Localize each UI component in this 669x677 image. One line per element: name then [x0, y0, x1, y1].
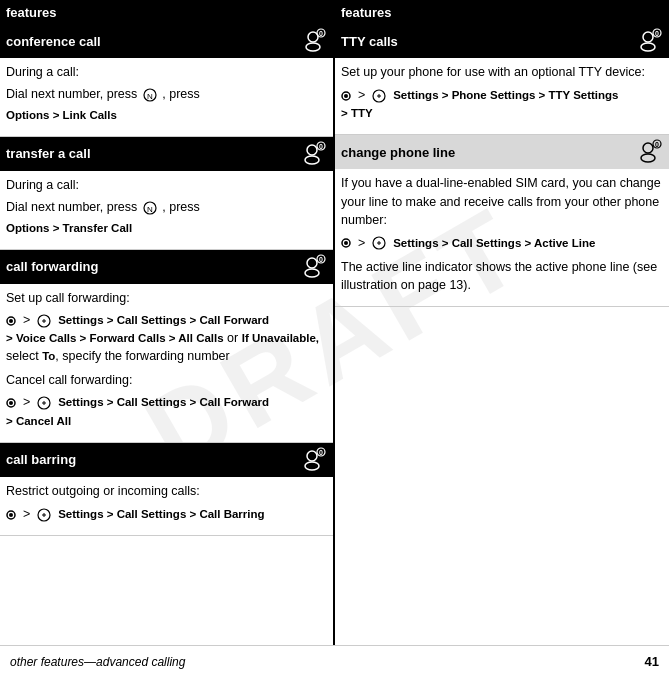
- call-forwarding-cancel-label: Cancel call forwarding:: [6, 371, 327, 389]
- gear-person-icon-tty: 0: [635, 27, 663, 55]
- gear-person-icon-transfer: 0: [299, 140, 327, 168]
- call-barring-body: Restrict outgoing or incoming calls: > S…: [0, 477, 333, 535]
- settings-icon-4: [372, 89, 386, 103]
- tty-calls-body: Set up your phone for use with an option…: [335, 58, 669, 134]
- call-barring-title: call barring: [6, 452, 76, 467]
- feature-title-conference-call: conference call 0: [0, 24, 333, 58]
- svg-text:N: N: [147, 205, 153, 214]
- bullet-dot-icon3: [6, 510, 16, 520]
- transfer-call-line1: During a call:: [6, 176, 327, 194]
- page-container: DRAFT features conference call: [0, 0, 669, 677]
- bullet-dot-icon: [6, 316, 16, 326]
- feature-row-transfer-call: transfer a call 0 During a call:: [0, 137, 333, 250]
- feature-row-conference-call: conference call 0 During a call:: [0, 24, 333, 137]
- change-phone-line-desc: If you have a dual-line-enabled SIM card…: [341, 174, 663, 228]
- svg-text:0: 0: [319, 256, 323, 263]
- feature-title-transfer-call: transfer a call 0: [0, 137, 333, 171]
- bullet-dot-icon2: [6, 398, 16, 408]
- gear-person-icon-barring: 0: [299, 446, 327, 474]
- footer: other features—advanced calling 41: [0, 645, 669, 677]
- transfer-call-line2: Dial next number, press N , press: [6, 198, 327, 216]
- svg-point-37: [641, 154, 655, 162]
- svg-point-29: [643, 32, 653, 42]
- change-phone-line-path: > Settings > Call Settings > Active Line: [341, 234, 663, 252]
- settings-icon-5: [372, 236, 386, 250]
- svg-text:0: 0: [319, 449, 323, 456]
- svg-text:N: N: [147, 92, 153, 101]
- footer-label: other features—advanced calling: [10, 655, 185, 669]
- svg-text:0: 0: [319, 30, 323, 37]
- right-column: features TTY calls 0: [335, 1, 669, 645]
- svg-point-20: [9, 401, 13, 405]
- svg-point-41: [344, 241, 348, 245]
- dial-icon: N: [143, 88, 157, 102]
- left-column-header: features: [0, 1, 333, 24]
- tty-calls-desc: Set up your phone for use with an option…: [341, 63, 663, 81]
- call-forwarding-title: call forwarding: [6, 259, 98, 274]
- bullet-dot-icon4: [341, 91, 351, 101]
- svg-point-30: [641, 43, 655, 51]
- tty-calls-path: > Settings > Phone Settings > TTY Settin…: [341, 86, 663, 122]
- call-forwarding-setup-path: > Settings > Call Settings > Call Forwar…: [6, 311, 327, 365]
- svg-point-6: [307, 145, 317, 155]
- call-forwarding-body: Set up call forwarding: > Settings > Cal…: [0, 284, 333, 442]
- conference-call-body: During a call: Dial next number, press N…: [0, 58, 333, 136]
- bullet-dot-icon5: [341, 238, 351, 248]
- call-barring-path: > Settings > Call Settings > Call Barrin…: [6, 505, 327, 523]
- gear-person-icon-change-line: 0: [635, 138, 663, 166]
- svg-point-12: [307, 258, 317, 268]
- call-barring-label: Restrict outgoing or incoming calls:: [6, 482, 327, 500]
- call-forwarding-setup-label: Set up call forwarding:: [6, 289, 327, 307]
- conference-call-title: conference call: [6, 34, 101, 49]
- footer-page: 41: [645, 654, 659, 669]
- svg-point-23: [305, 462, 319, 470]
- svg-text:0: 0: [319, 143, 323, 150]
- feature-row-call-forwarding: call forwarding 0 Set up call forwarding…: [0, 250, 333, 443]
- svg-point-36: [643, 143, 653, 153]
- svg-point-1: [306, 43, 320, 51]
- content-wrapper: features conference call 0: [0, 0, 669, 677]
- feature-row-call-barring: call barring 0 Restrict outgoing or inco…: [0, 443, 333, 536]
- settings-icon-3: [37, 508, 51, 522]
- transfer-call-title: transfer a call: [6, 146, 91, 161]
- gear-person-icon-forwarding: 0: [299, 253, 327, 281]
- tables-row: features conference call 0: [0, 0, 669, 645]
- svg-point-22: [307, 451, 317, 461]
- gear-person-icon-conference: 0: [299, 27, 327, 55]
- feature-title-call-forwarding: call forwarding 0: [0, 250, 333, 284]
- svg-text:0: 0: [655, 141, 659, 148]
- svg-text:0: 0: [655, 30, 659, 37]
- dial-icon2: N: [143, 201, 157, 215]
- conference-call-line1: During a call:: [6, 63, 327, 81]
- call-forwarding-cancel-path: > Settings > Call Settings > Call Forwar…: [6, 393, 327, 429]
- svg-point-17: [9, 319, 13, 323]
- right-column-header: features: [335, 1, 669, 24]
- feature-row-tty-calls: TTY calls 0 Set up your phone for use wi…: [335, 24, 669, 135]
- feature-title-tty-calls: TTY calls 0: [335, 24, 669, 58]
- feature-title-change-phone-line: change phone line 0: [335, 135, 669, 169]
- left-column: features conference call 0: [0, 1, 335, 645]
- settings-icon-2: [37, 396, 51, 410]
- feature-title-call-barring: call barring 0: [0, 443, 333, 477]
- change-phone-line-title: change phone line: [341, 145, 455, 160]
- tty-calls-title: TTY calls: [341, 34, 398, 49]
- settings-icon-1: [37, 314, 51, 328]
- transfer-call-path: Options > Transfer Call: [6, 220, 327, 237]
- svg-point-7: [305, 156, 319, 164]
- change-phone-line-note: The active line indicator shows the acti…: [341, 258, 663, 294]
- svg-point-13: [305, 269, 319, 277]
- conference-call-line2: Dial next number, press N , press: [6, 85, 327, 103]
- svg-point-27: [9, 513, 13, 517]
- transfer-call-body: During a call: Dial next number, press N…: [0, 171, 333, 249]
- conference-call-path: Options > Link Calls: [6, 107, 327, 124]
- svg-point-34: [344, 94, 348, 98]
- feature-row-change-phone-line: change phone line 0 If you have a dual-l…: [335, 135, 669, 307]
- change-phone-line-body: If you have a dual-line-enabled SIM card…: [335, 169, 669, 306]
